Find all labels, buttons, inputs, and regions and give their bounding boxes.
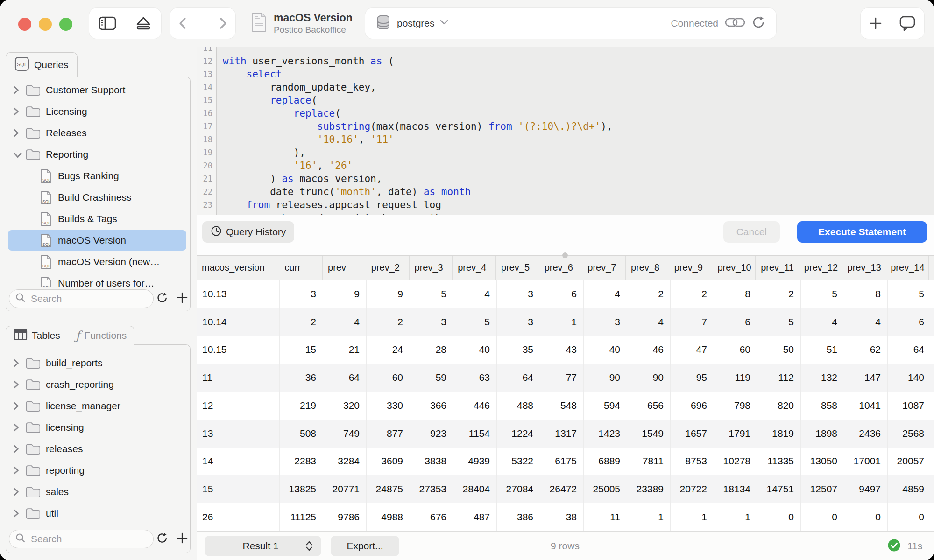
code-line-19[interactable]: 19 ), — [197, 146, 934, 159]
cell-prev_13[interactable]: 1041 — [844, 392, 888, 420]
cell-curr[interactable]: 508 — [280, 420, 323, 448]
cell-prev_3[interactable]: 676 — [410, 503, 453, 531]
cell-prev_7[interactable]: 40 — [584, 336, 627, 364]
cell-prev[interactable]: 64 — [323, 364, 367, 392]
refresh-icon[interactable] — [752, 15, 766, 32]
tree-folder-2[interactable]: license_manager — [6, 395, 191, 417]
cell-prev_14[interactable]: 0 — [888, 503, 931, 531]
cell-prev[interactable]: 3284 — [323, 448, 367, 476]
chevron-down-icon[interactable] — [439, 19, 449, 28]
cell-prev_6[interactable]: 6 — [540, 280, 584, 308]
cell-prev_8[interactable]: 1 — [627, 503, 671, 531]
cell-prev_6[interactable]: 548 — [540, 392, 584, 420]
zoom-window-button[interactable] — [59, 18, 72, 31]
code-line-17[interactable]: 17 substring(max(macos_version) from '(?… — [197, 120, 934, 133]
export-button[interactable]: Export... — [331, 536, 399, 556]
cell-prev_6[interactable]: 26472 — [540, 475, 584, 503]
tree-folder-3[interactable]: licensing — [6, 417, 191, 438]
chat-icon[interactable] — [899, 15, 916, 31]
cell-prev_8[interactable]: 1549 — [627, 420, 671, 448]
cell-prev_5[interactable]: 64 — [497, 364, 540, 392]
cell-prev_13[interactable]: 62 — [844, 336, 888, 364]
cell-prev_2[interactable]: 24875 — [367, 475, 410, 503]
chevron-right-icon[interactable] — [13, 380, 19, 391]
cell-prev_10[interactable]: 10278 — [714, 448, 757, 476]
cell-prev_14[interactable]: 5 — [888, 280, 931, 308]
cell-prev_14[interactable]: 140 — [888, 364, 931, 392]
cell-prev_4[interactable]: 40 — [453, 336, 497, 364]
sql-editor[interactable]: 1112with user_versions_month as (13 sele… — [197, 47, 934, 215]
cell-curr[interactable]: 13825 — [280, 475, 323, 503]
cell-prev_6[interactable]: 1 — [540, 308, 584, 336]
column-header-prev_13[interactable]: prev_13 — [842, 256, 886, 280]
cell-curr[interactable]: 2283 — [280, 448, 323, 476]
cell-prev_8[interactable]: 46 — [627, 336, 671, 364]
cell-curr[interactable]: 11125 — [280, 503, 323, 531]
chevron-right-icon[interactable] — [13, 487, 19, 498]
code-line-12[interactable]: 12with user_versions_month as ( — [197, 55, 934, 68]
column-header-prev_4[interactable]: prev_4 — [453, 256, 496, 280]
cell-prev_9[interactable]: 7 — [671, 308, 714, 336]
cell-prev_14[interactable]: 20057 — [888, 448, 931, 476]
query-history-button[interactable]: Query History — [202, 221, 294, 243]
code-line-18[interactable]: 18 '10.16', '11' — [197, 133, 934, 146]
cell-prev_12[interactable]: 858 — [801, 392, 844, 420]
tree-folder-1[interactable]: Licensing — [6, 101, 191, 122]
code-line-22[interactable]: 22 date_trunc('month', date) as month — [197, 185, 934, 198]
tree-folder-6[interactable]: sales — [6, 481, 191, 503]
cell-prev_5[interactable]: 5322 — [497, 448, 540, 476]
cell-prev_11[interactable]: 2 — [757, 280, 801, 308]
cell-prev_11[interactable]: 14751 — [757, 475, 801, 503]
cell-prev[interactable]: 21 — [323, 336, 367, 364]
cell-prev_4[interactable]: 4939 — [453, 448, 497, 476]
cell-prev_5[interactable]: 27084 — [497, 475, 540, 503]
cell-prev_7[interactable]: 25005 — [584, 475, 627, 503]
tree-folder-4[interactable]: releases — [6, 438, 191, 460]
cell-prev_11[interactable]: 820 — [757, 392, 801, 420]
tree-item-7[interactable]: SQLmacOS Version — [6, 230, 191, 251]
cell-prev[interactable]: 749 — [323, 420, 367, 448]
column-header-prev_12[interactable]: prev_12 — [799, 256, 842, 280]
chevron-right-icon[interactable] — [13, 85, 19, 97]
cell-prev_9[interactable]: 95 — [671, 364, 714, 392]
cell-prev_13[interactable]: 2436 — [844, 420, 888, 448]
cell-prev_2[interactable]: 330 — [367, 392, 410, 420]
code-line-23[interactable]: 23 from releases.appcast_request_log — [197, 198, 934, 211]
cell-macos_version[interactable]: 10.15 — [197, 336, 280, 364]
cell-prev_14[interactable]: 6 — [888, 308, 931, 336]
back-icon[interactable] — [177, 16, 189, 31]
cell-prev_4[interactable]: 4 — [453, 280, 497, 308]
tree-folder-2[interactable]: Releases — [6, 122, 191, 144]
cell-prev_4[interactable]: 28404 — [453, 475, 497, 503]
cell-prev[interactable]: 4 — [323, 308, 367, 336]
cell-prev_12[interactable]: 0 — [801, 503, 844, 531]
code-line-15[interactable]: 15 replace( — [197, 94, 934, 107]
tree-folder-0[interactable]: build_reports — [6, 352, 191, 374]
tree-folder-0[interactable]: Customer Support — [6, 79, 191, 101]
column-header-prev_10[interactable]: prev_10 — [712, 256, 756, 280]
chevron-right-icon[interactable] — [13, 444, 19, 455]
column-header-prev_6[interactable]: prev_6 — [539, 256, 583, 280]
cell-prev_8[interactable]: 4 — [627, 308, 671, 336]
cell-prev_5[interactable]: 386 — [497, 503, 540, 531]
cell-prev[interactable]: 9 — [323, 280, 367, 308]
cell-prev_2[interactable]: 24 — [367, 336, 410, 364]
cell-prev_8[interactable]: 656 — [627, 392, 671, 420]
cell-prev_6[interactable]: 77 — [540, 364, 584, 392]
cell-macos_version[interactable]: 13 — [197, 420, 280, 448]
cell-macos_version[interactable]: 11 — [197, 364, 280, 392]
cell-prev_4[interactable]: 446 — [453, 392, 497, 420]
tree-item-8[interactable]: SQLmacOS Version (new… — [6, 251, 191, 273]
cell-prev[interactable]: 20771 — [323, 475, 367, 503]
eject-icon[interactable] — [135, 16, 152, 31]
chevron-right-icon[interactable] — [13, 466, 19, 477]
cell-prev_4[interactable]: 487 — [453, 503, 497, 531]
cell-prev_13[interactable]: 147 — [844, 364, 888, 392]
cell-prev_10[interactable]: 798 — [714, 392, 757, 420]
chevron-right-icon[interactable] — [13, 128, 19, 140]
cell-prev[interactable]: 9786 — [323, 503, 367, 531]
cell-prev_9[interactable]: 1 — [671, 503, 714, 531]
cell-prev_11[interactable]: 1819 — [757, 420, 801, 448]
cell-prev_13[interactable]: 17001 — [844, 448, 888, 476]
cell-macos_version[interactable]: 10.13 — [197, 280, 280, 308]
